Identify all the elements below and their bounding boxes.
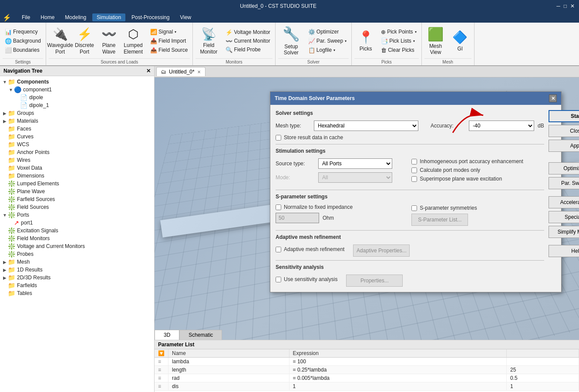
apply-btn[interactable]: Apply (549, 140, 579, 152)
close-btn[interactable]: ✕ (570, 3, 575, 9)
menu-simulation[interactable]: Simulation (92, 13, 125, 21)
pick-points-btn[interactable]: ⊕ Pick Points ▾ (379, 27, 418, 36)
fieldmonitors-icon: ❇️ (8, 235, 15, 242)
tree-item-port1[interactable]: ↗ port1 (0, 219, 154, 227)
pick-lists-btn[interactable]: 📑 Pick Lists ▾ (379, 37, 418, 45)
field-import-btn[interactable]: 📥 Field Import (148, 37, 190, 45)
store-cache-checkbox[interactable] (276, 135, 281, 141)
sensitivity-properties-btn[interactable]: Properties... (346, 275, 403, 287)
tree-item-voltcurrent[interactable]: ❇️ Voltage and Current Monitors (0, 242, 154, 250)
acceleration-btn[interactable]: Acceleration... (549, 196, 579, 208)
tree-item-farfieldsources[interactable]: ❇️ Farfield Sources (0, 195, 154, 203)
tree-item-tables[interactable]: 📁 Tables (0, 289, 154, 297)
main-tab[interactable]: 🗂 Untitled_0* ✕ (156, 67, 205, 76)
adaptive-checkbox[interactable] (276, 247, 281, 252)
tree-item-1dresults[interactable]: ▶ 📁 1D Results (0, 266, 154, 274)
current-monitor-btn[interactable]: 〰️ Current Monitor (223, 37, 272, 45)
tree-item-materials[interactable]: ▶ 📁 Materials (0, 117, 154, 125)
field-probe-btn[interactable]: 🔍 Field Probe (223, 45, 272, 54)
boundaries-btn[interactable]: ⬜ Boundaries (3, 46, 43, 54)
gl-btn[interactable]: 🔷 Gl (449, 26, 471, 56)
simplify-model-btn[interactable]: Simplify Model... (549, 226, 579, 238)
tree-item-ports[interactable]: ▼ ❇️ Ports (0, 211, 154, 219)
normalize-checkbox[interactable] (276, 204, 281, 210)
accuracy-select[interactable]: -40 (469, 121, 534, 131)
tree-item-components[interactable]: ▼ 📁 Components (0, 78, 154, 86)
tree-item-planewave[interactable]: ❇️ Plane Wave (0, 188, 154, 195)
tree-item-faces[interactable]: 📁 Faces (0, 125, 154, 133)
tree-item-dipole1[interactable]: 📄 dipole_1 (0, 101, 154, 109)
waveguide-port-btn[interactable]: 🔌 Waveguide Port (49, 26, 71, 56)
par-sweep-ribbon-btn[interactable]: 📈 Par. Sweep ▾ (306, 37, 349, 45)
sparam-sym-checkbox[interactable] (411, 205, 417, 211)
tree-item-farfields[interactable]: 📁 Farfields (0, 281, 154, 289)
discrete-port-btn[interactable]: ⚡ Discrete Port (73, 26, 96, 56)
mesh-type-select[interactable]: Hexahedral (314, 121, 418, 131)
param-row-rad[interactable]: ≡ rad = 0.005*lambda 0.5 (155, 374, 579, 382)
param-row-length[interactable]: ≡ length = 0.25*lambda 25 (155, 366, 579, 374)
sensitivity-checkbox[interactable] (276, 277, 281, 282)
frequency-btn[interactable]: 📊 Frequency (3, 27, 43, 36)
tree-item-wires[interactable]: 📁 Wires (0, 156, 154, 164)
voltage-monitor-btn[interactable]: ⚡ Voltage Monitor (223, 28, 272, 37)
tree-item-lumpedelements[interactable]: ❇️ Lumped Elements (0, 180, 154, 188)
tree-item-voxeldata[interactable]: 📁 Voxel Data (0, 164, 154, 172)
param-row-dis[interactable]: ≡ dis 1 1 (155, 382, 579, 391)
mode-select[interactable]: All (318, 172, 392, 183)
tree-item-wcs[interactable]: 📁 WCS (0, 141, 154, 148)
clear-picks-btn[interactable]: 🗑 Clear Picks (379, 46, 418, 54)
background-btn[interactable]: 🌐 Background (3, 37, 43, 45)
time-domain-solver-dialog[interactable]: Time Domain Solver Parameters ✕ Solver s… (270, 91, 562, 292)
tree-item-groups[interactable]: ▶ 📁 Groups (0, 109, 154, 117)
source-type-select[interactable]: All Ports (318, 158, 392, 169)
field-source-btn[interactable]: 📤 Field Source (148, 46, 190, 54)
picks-btn[interactable]: 📍 Picks (354, 26, 377, 56)
tree-item-component1[interactable]: ▼ 🔵 component1 (0, 86, 154, 94)
par-sweep-btn[interactable]: Par. Sweep... (549, 177, 579, 189)
inhomogeneous-checkbox[interactable] (411, 159, 417, 164)
nav-tree-close-btn[interactable]: ✕ (146, 68, 151, 74)
lumped-element-btn[interactable]: ⬡ Lumped Element (122, 26, 145, 56)
field-monitor-btn[interactable]: 📡 Field Monitor (195, 26, 222, 56)
menu-view[interactable]: View (175, 13, 195, 21)
signal-btn[interactable]: 📶 Signal ▾ (148, 27, 190, 36)
nav-tree-content[interactable]: ▼ 📁 Components ▼ 🔵 component1 📄 dipole 📄… (0, 76, 154, 392)
tree-item-dimensions[interactable]: 📁 Dimensions (0, 172, 154, 180)
maximize-btn[interactable]: □ (564, 3, 567, 9)
mesh-view-btn[interactable]: 🟩 Mesh View (424, 26, 447, 56)
optimizer-ribbon-btn[interactable]: ⚙️ Optimizer (306, 27, 349, 36)
logfile-btn[interactable]: 📋 Logfile ▾ (306, 46, 349, 54)
menu-postprocessing[interactable]: Post-Processing (127, 13, 174, 21)
adaptive-properties-btn[interactable]: Adaptive Properties... (353, 245, 410, 257)
sparam-list-btn[interactable]: S-Parameter List... (411, 214, 468, 226)
tree-item-fieldsources[interactable]: ❇️ Field Sources (0, 203, 154, 211)
tree-item-anchorpoints[interactable]: 📁 Anchor Points (0, 148, 154, 156)
tree-item-excitation[interactable]: ❇️ Excitation Signals (0, 227, 154, 235)
close-btn[interactable]: Close (549, 125, 579, 137)
tab-3d[interactable]: 3D (155, 330, 179, 340)
param-row-lambda[interactable]: ≡ lambda = 100 (155, 358, 579, 366)
tree-item-curves[interactable]: 📁 Curves (0, 133, 154, 141)
impedance-input[interactable] (276, 213, 319, 223)
menu-modeling[interactable]: Modeling (61, 13, 91, 21)
optimizer-btn[interactable]: Optimizer... (549, 162, 579, 174)
superimpose-checkbox[interactable] (411, 176, 417, 182)
specials-btn[interactable]: Specials... (549, 211, 579, 223)
tree-item-mesh[interactable]: ▶ 📁 Mesh (0, 258, 154, 266)
tree-item-probes[interactable]: ❇️ Probes (0, 250, 154, 258)
setup-solver-btn[interactable]: 🔧 Setup Solver (278, 26, 304, 56)
tree-item-2d3dresults[interactable]: ▶ 📁 2D/3D Results (0, 274, 154, 281)
minimize-btn[interactable]: ─ (556, 3, 560, 9)
help-btn[interactable]: Help (549, 245, 579, 257)
menu-home[interactable]: Home (36, 13, 59, 21)
tree-item-fieldmonitors[interactable]: ❇️ Field Monitors (0, 235, 154, 242)
menu-file[interactable]: File (17, 13, 34, 21)
tab-schematic[interactable]: Schematic (179, 330, 222, 340)
plane-wave-btn[interactable]: 〰️ Plane Wave (98, 26, 120, 56)
tree-item-dipole[interactable]: 📄 dipole (0, 94, 154, 101)
dialog-title-bar[interactable]: Time Domain Solver Parameters ✕ (270, 92, 561, 105)
dialog-close-btn[interactable]: ✕ (549, 94, 557, 102)
calc-port-modes-checkbox[interactable] (411, 168, 417, 173)
start-btn[interactable]: Start (549, 110, 579, 122)
tab-close-btn[interactable]: ✕ (197, 70, 201, 74)
